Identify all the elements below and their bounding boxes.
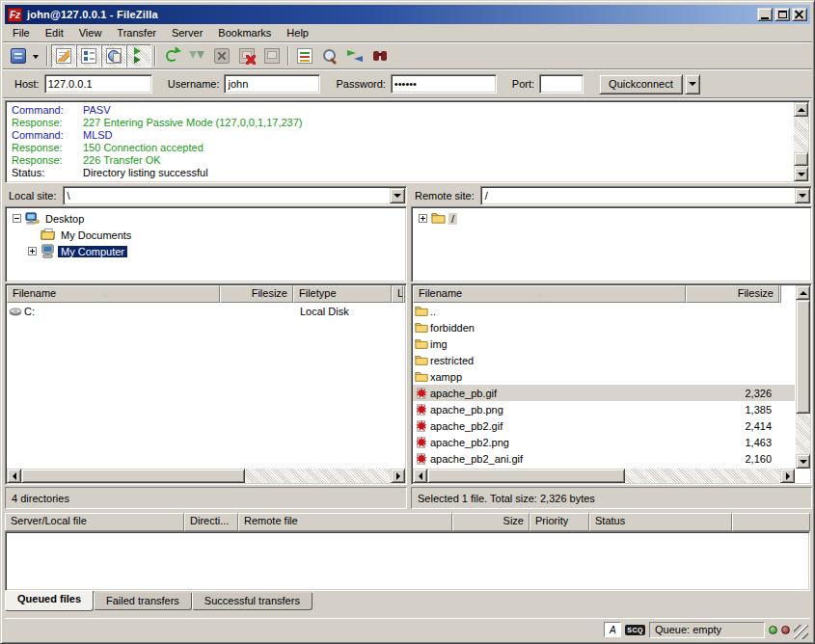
file-type: Local Disk bbox=[294, 306, 394, 317]
column-header[interactable]: Priority bbox=[530, 513, 589, 531]
menu-item[interactable]: File bbox=[5, 25, 38, 40]
file-row[interactable]: apache_pb2.gif 2,414 bbox=[413, 417, 795, 434]
port-input[interactable] bbox=[539, 74, 584, 94]
file-row[interactable]: img bbox=[413, 335, 795, 352]
cancel-operation-icon[interactable] bbox=[209, 44, 234, 67]
maximize-button[interactable] bbox=[774, 8, 790, 21]
quickconnect-bar: Host: Username: Password: Port: Quickcon… bbox=[5, 70, 810, 97]
menu-item[interactable]: Edit bbox=[38, 25, 71, 40]
file-row[interactable]: apache_pb.png 1,385 bbox=[413, 401, 795, 417]
local-site-dropdown[interactable] bbox=[390, 188, 405, 203]
scrollbar-thumb[interactable] bbox=[21, 469, 245, 483]
local-site-combo[interactable]: \ bbox=[63, 186, 407, 205]
column-header[interactable]: Remote file bbox=[238, 513, 452, 531]
file-row[interactable]: .. bbox=[413, 303, 795, 319]
tree-item-label: My Documents bbox=[58, 229, 134, 241]
column-header[interactable]: Directi... bbox=[184, 513, 238, 531]
scroll-up-button[interactable] bbox=[796, 285, 810, 300]
scroll-down-button[interactable] bbox=[794, 167, 808, 181]
local-list-hscrollbar[interactable] bbox=[7, 469, 405, 483]
host-input[interactable] bbox=[44, 74, 152, 94]
tree-expander[interactable] bbox=[28, 247, 37, 255]
queue-tab[interactable]: Failed transfers bbox=[94, 593, 192, 610]
toggle-remote-tree-icon[interactable] bbox=[101, 44, 126, 67]
scroll-up-button[interactable] bbox=[794, 102, 808, 117]
queue-tab[interactable]: Queued files bbox=[5, 591, 94, 611]
column-header[interactable]: Filesize bbox=[686, 285, 779, 303]
menu-item[interactable]: View bbox=[71, 25, 110, 40]
reconnect-icon[interactable] bbox=[259, 44, 285, 67]
image-file-icon bbox=[413, 436, 430, 449]
tree-item[interactable]: Desktop bbox=[8, 210, 404, 227]
toggle-local-tree-icon[interactable] bbox=[76, 44, 101, 67]
scroll-right-button[interactable] bbox=[391, 469, 405, 483]
scrollbar-thumb[interactable] bbox=[427, 469, 625, 483]
toggle-message-log-icon[interactable] bbox=[51, 44, 76, 67]
toolbar-icon-art bbox=[372, 48, 388, 64]
maximize-icon bbox=[778, 11, 787, 18]
tree-item[interactable]: / bbox=[414, 210, 809, 227]
filezilla-window: Fz john@127.0.0.1 - FileZilla FileEditVi… bbox=[0, 0, 815, 644]
file-row[interactable]: C: Local Disk bbox=[7, 303, 405, 319]
remote-site-dropdown[interactable] bbox=[795, 188, 810, 203]
file-row[interactable]: xampp bbox=[413, 368, 795, 385]
file-row[interactable]: restricted bbox=[413, 352, 795, 368]
file-row[interactable]: forbidden bbox=[413, 319, 795, 335]
transfer-type-indicator: A bbox=[604, 622, 621, 637]
disconnect-icon[interactable] bbox=[234, 44, 259, 67]
column-header[interactable]: Filename bbox=[413, 285, 686, 303]
password-input[interactable] bbox=[391, 74, 497, 94]
quickconnect-button[interactable]: Quickconnect bbox=[599, 74, 683, 94]
file-name: restricted bbox=[430, 355, 688, 366]
remote-site-combo[interactable]: / bbox=[480, 186, 812, 205]
close-button[interactable] bbox=[792, 8, 807, 21]
scroll-left-button[interactable] bbox=[7, 469, 21, 483]
synchronized-browsing-icon[interactable] bbox=[342, 44, 367, 67]
username-input[interactable] bbox=[224, 74, 320, 94]
tree-expander[interactable] bbox=[13, 214, 21, 223]
process-queue-icon[interactable] bbox=[184, 44, 209, 67]
scroll-down-button[interactable] bbox=[796, 454, 810, 469]
minimize-button[interactable] bbox=[757, 8, 773, 21]
log-line: Command:PASV bbox=[12, 104, 788, 117]
tree-item[interactable]: My Computer bbox=[8, 243, 404, 259]
scrollbar-thumb[interactable] bbox=[796, 300, 810, 414]
arrow-up-icon bbox=[798, 108, 805, 112]
menu-item[interactable]: Server bbox=[164, 25, 210, 40]
queue-tab[interactable]: Successful transfers bbox=[192, 593, 312, 610]
site-manager-icon[interactable] bbox=[7, 44, 43, 67]
find-files-icon[interactable] bbox=[367, 44, 393, 67]
scroll-right-button[interactable] bbox=[780, 469, 795, 483]
column-header[interactable]: L bbox=[392, 285, 403, 303]
column-header[interactable]: Status bbox=[589, 513, 732, 531]
remote-list-hscrollbar[interactable] bbox=[413, 469, 795, 483]
column-header[interactable]: Server/Local file bbox=[5, 513, 184, 531]
menu-item[interactable]: Help bbox=[279, 25, 316, 40]
file-row[interactable]: apache_pb.gif 2,326 bbox=[413, 385, 795, 401]
column-header[interactable]: Filetype bbox=[293, 285, 392, 303]
log-scrollbar[interactable] bbox=[794, 102, 808, 181]
scrollbar-thumb[interactable] bbox=[794, 152, 808, 166]
column-header[interactable]: Filename bbox=[7, 285, 220, 303]
resize-grip[interactable] bbox=[794, 625, 808, 639]
column-header[interactable]: Filesize bbox=[220, 285, 293, 303]
file-row[interactable]: apache_pb2.png 1,463 bbox=[413, 434, 795, 450]
remote-list-vscrollbar[interactable] bbox=[796, 285, 810, 469]
filter-icon[interactable] bbox=[292, 44, 317, 67]
file-size: 1,385 bbox=[688, 404, 779, 416]
tree-expander[interactable] bbox=[419, 214, 427, 223]
scroll-left-button[interactable] bbox=[413, 469, 427, 483]
column-header[interactable]: Size bbox=[452, 513, 530, 531]
menu-item[interactable]: Transfer bbox=[109, 25, 164, 40]
titlebar[interactable]: Fz john@127.0.0.1 - FileZilla bbox=[5, 5, 810, 24]
folder-icon bbox=[413, 305, 430, 318]
file-row[interactable]: apache_pb2_ani.gif 2,160 bbox=[413, 450, 795, 467]
menu-item[interactable]: Bookmarks bbox=[210, 25, 279, 40]
refresh-icon[interactable] bbox=[159, 44, 184, 67]
quickconnect-dropdown-button[interactable] bbox=[685, 74, 700, 94]
toggle-transfer-queue-icon[interactable] bbox=[126, 44, 151, 67]
remote-status-text: Selected 1 file. Total size: 2,326 bytes bbox=[418, 493, 595, 504]
tree-item[interactable]: My Documents bbox=[8, 227, 404, 243]
directory-comparison-icon[interactable] bbox=[317, 44, 342, 67]
toolbar-icon-art bbox=[347, 48, 363, 64]
